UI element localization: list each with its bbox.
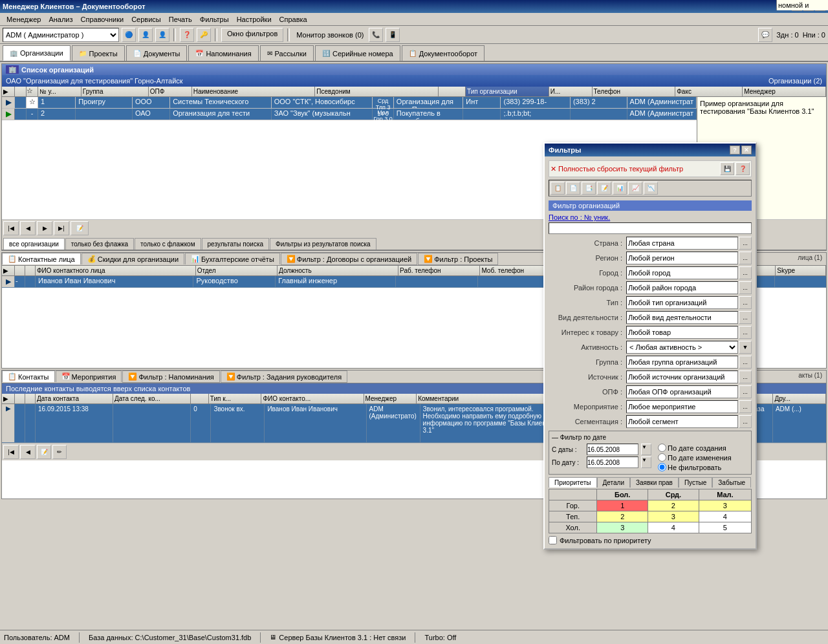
col-int-header[interactable]: И... xyxy=(549,87,593,96)
toolbar-btn-4[interactable]: ❓ xyxy=(180,28,194,42)
menu-references[interactable]: Справочники xyxy=(77,14,128,25)
toolbar-btn-5[interactable]: 🔑 xyxy=(197,28,211,42)
menu-help[interactable]: Справка xyxy=(276,14,311,25)
fl-input-12[interactable]: Любой сегмент xyxy=(626,415,738,428)
ptab-priorities[interactable]: Приоритеты xyxy=(549,477,597,488)
col-group-header[interactable]: Группа xyxy=(82,87,149,96)
col-name-header[interactable]: Наименование xyxy=(192,87,316,96)
cc-pos-header[interactable]: Должность xyxy=(278,266,398,275)
fl-input-8[interactable]: Любая группа организаций xyxy=(626,356,738,369)
tab-mailings[interactable]: ✉ Рассылки xyxy=(260,45,314,61)
menu-print[interactable]: Печать xyxy=(165,14,196,25)
subtab-search[interactable]: результаты поиска xyxy=(202,238,270,250)
subtab-filter[interactable]: Фильтры из результатов поиска xyxy=(270,238,376,250)
cc-dept-header[interactable]: Отдел xyxy=(196,266,278,275)
subtab-with-flag[interactable]: только с флажком xyxy=(135,238,201,250)
ptab-forgotten[interactable]: Забытые xyxy=(712,477,751,488)
nav-prev-btn[interactable]: ◀ xyxy=(20,221,36,235)
radio-no-filter[interactable]: Не фильтровать xyxy=(658,463,732,471)
pt-cold-bol[interactable]: 3 xyxy=(597,522,648,533)
dtb-3[interactable]: 📑 xyxy=(582,182,596,195)
tab-events[interactable]: 📅 Мероприятия xyxy=(56,370,122,382)
toolbar-btn-2[interactable]: 👤 xyxy=(138,28,153,42)
org-row-1[interactable]: ▶ ☆ 1 Проигру ООО Системы Технического О… xyxy=(2,97,697,109)
col-phone-header[interactable]: Телефон xyxy=(593,87,676,96)
chh-date[interactable]: Дата контакта xyxy=(36,394,113,403)
tab-organizations[interactable]: 🏢 Организации xyxy=(3,45,71,61)
filter-by-priority-checkbox[interactable] xyxy=(549,536,557,544)
col-fax-header[interactable]: Факс xyxy=(675,87,743,96)
nav-first-btn[interactable]: |◀ xyxy=(3,221,19,235)
fl-btn-9[interactable]: ... xyxy=(739,370,752,383)
tab-contact-persons[interactable]: 📋 Контактные лица xyxy=(2,253,81,264)
dfb-1[interactable]: 💾 xyxy=(720,162,734,175)
cc-fio-header[interactable]: ФИО контактного лица xyxy=(36,266,196,275)
clear-filter-btn[interactable]: ✕ Полностью сбросить текущий фильтр xyxy=(550,165,683,173)
tab-serial[interactable]: 🔢 Серийные номера xyxy=(315,45,400,61)
date-from-picker[interactable]: ▼ xyxy=(641,444,651,455)
dtb-7[interactable]: 📉 xyxy=(644,182,658,195)
subtab-no-flag[interactable]: только без флажка xyxy=(65,238,134,250)
dtb-5[interactable]: 📊 xyxy=(613,182,627,195)
dtb-1[interactable]: 📋 xyxy=(550,182,565,195)
chh-type[interactable]: Тип к... xyxy=(209,394,262,403)
pt-hot-mal[interactable]: 3 xyxy=(699,500,751,511)
filter-tab-contracts[interactable]: 🔽 Фильтр : Договоры с организацией xyxy=(281,253,417,265)
col-icons-header[interactable] xyxy=(439,87,466,96)
tab-documents[interactable]: 📄 Документы xyxy=(126,45,188,61)
date-to-input[interactable] xyxy=(587,456,638,468)
ptab-details[interactable]: Детали xyxy=(597,477,630,488)
monitor-btn2[interactable]: 📱 xyxy=(386,28,400,42)
chh-col3[interactable] xyxy=(191,394,209,403)
nav-last-btn[interactable]: ▶| xyxy=(54,221,69,235)
pt-cold-mal[interactable]: 5 xyxy=(699,522,751,533)
search-link[interactable]: Поиск по : № уник. xyxy=(549,213,610,221)
date-to-picker[interactable]: ▼ xyxy=(641,456,651,468)
ch-add-btn[interactable]: 📝 xyxy=(37,445,51,459)
fl-btn-4[interactable]: ... xyxy=(739,296,752,309)
filter-tab-tasks[interactable]: 🔽 Фильтр : Задания руководителя xyxy=(221,370,347,383)
col-no-header[interactable]: № у... xyxy=(38,87,82,96)
col-opf-header[interactable]: ОПФ xyxy=(149,87,192,96)
ptab-claims[interactable]: Заявки прав xyxy=(630,477,679,488)
radio-change-date[interactable]: По дате изменения xyxy=(658,453,732,462)
menu-services[interactable]: Сервисы xyxy=(127,14,165,25)
pt-warm-mal[interactable]: 4 xyxy=(699,511,751,522)
add-contact-btn[interactable]: 📝 xyxy=(71,221,89,235)
menu-analysis[interactable]: Анализ xyxy=(45,14,76,25)
menu-filters[interactable]: Фильтры xyxy=(196,14,233,25)
tab-discounts[interactable]: 💰 Скидки для организации xyxy=(82,253,184,264)
dialog-close-btn[interactable]: ✕ xyxy=(741,145,752,155)
pt-hot-srd[interactable]: 2 xyxy=(648,500,699,511)
fl-btn-1[interactable]: ... xyxy=(739,252,752,264)
monitor-icon[interactable]: 📞 xyxy=(369,28,383,42)
fl-btn-10[interactable]: ... xyxy=(739,385,752,398)
chh-other[interactable]: Дру... xyxy=(773,394,826,403)
tab-projects[interactable]: 📁 Проекты xyxy=(72,45,125,61)
dialog-help-btn[interactable]: ? xyxy=(730,145,740,155)
pt-hot-bol[interactable]: 1 xyxy=(597,500,648,511)
filter-tab-projects[interactable]: 🔽 Фильтр : Проекты xyxy=(418,253,498,265)
dtb-2[interactable]: 📄 xyxy=(566,182,580,195)
col-tip-header[interactable]: Тип организации xyxy=(466,87,549,96)
menu-manager[interactable]: Менеджер xyxy=(3,14,45,25)
fl-input-11[interactable]: Любое мероприятие xyxy=(626,400,738,413)
chh-next-date[interactable]: Дата след. ко... xyxy=(113,394,191,403)
filter-tab-reminders[interactable]: 🔽 Фильтр : Напоминания xyxy=(122,370,219,383)
fl-input-2[interactable]: Любой город xyxy=(626,266,738,279)
fl-btn-11[interactable]: ... xyxy=(739,400,752,413)
radio-creation-date[interactable]: По дате создания xyxy=(658,444,732,452)
fl-btn-12[interactable]: ... xyxy=(739,415,752,428)
fl-input-5[interactable]: Любой вид деятельности xyxy=(626,311,738,324)
col-manager-header[interactable]: Менеджер xyxy=(743,87,826,96)
dtb-6[interactable]: 📈 xyxy=(628,182,642,195)
dfb-2[interactable]: ❓ xyxy=(735,162,750,175)
fl-btn-0[interactable]: ... xyxy=(739,237,752,250)
search-input[interactable] xyxy=(549,222,752,234)
cc-workphone-header[interactable]: Раб. телефон xyxy=(398,266,480,275)
tab-reminders[interactable]: 📅 Напоминания xyxy=(188,45,258,61)
user-select[interactable]: ADM ( Администратор ) xyxy=(3,28,119,42)
dtb-4[interactable]: 📝 xyxy=(597,182,611,195)
fl-select-7[interactable]: < Любая активность > xyxy=(626,341,738,354)
fl-input-4[interactable]: Любой тип организаций xyxy=(626,296,738,309)
